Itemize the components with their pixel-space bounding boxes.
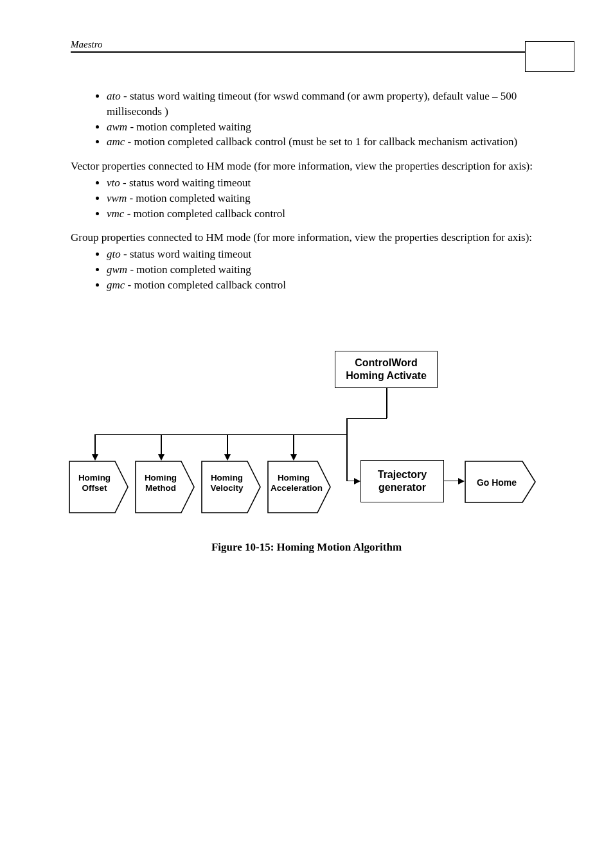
axis-properties-list: ato - status word waiting timeout (for w… [71, 89, 542, 150]
list-item: ato - status word waiting timeout (for w… [107, 89, 542, 120]
list-item: vto - status word waiting timeout [107, 175, 542, 191]
homing-accel-label: HomingAcceleration [271, 473, 317, 493]
homing-velocity-label: HomingVelocity [208, 473, 246, 493]
list-item: gwm - motion completed waiting [107, 262, 542, 278]
list-item: vmc - motion completed callback control [107, 206, 542, 222]
group-properties-list: gto - status word waiting timeout gwm - … [71, 247, 542, 292]
v-join [346, 418, 348, 435]
homing-offset-label: HomingOffset [75, 473, 114, 493]
vector-properties-list: vto - status word waiting timeout vwm - … [71, 175, 542, 221]
arrowhead-down-icon [224, 454, 231, 461]
homing-diagram: ControlWordHoming Activate HomingOffset [75, 351, 538, 537]
controlword-box: ControlWordHoming Activate [335, 351, 438, 388]
trajectory-box: Trajectorygenerator [360, 460, 444, 502]
arrowhead-right-icon [458, 478, 465, 484]
go-home-label: Go Home [471, 477, 522, 488]
list-item: amc - motion completed callback control … [107, 134, 542, 150]
corner-box [525, 41, 574, 72]
arrowhead-down-icon [158, 454, 164, 461]
homing-method-label: HomingMethod [141, 473, 180, 493]
v-down [346, 435, 348, 481]
drop-0 [94, 435, 96, 456]
list-item: vwm - motion completed waiting [107, 191, 542, 206]
doc-header: Maestro [71, 39, 102, 49]
bus-line [94, 434, 347, 436]
drop-1 [161, 435, 162, 456]
drop-2 [227, 435, 228, 456]
drop-3 [293, 435, 294, 456]
arrowhead-down-icon [290, 454, 297, 461]
group-intro: Group properties connected to HM mode (f… [71, 230, 542, 245]
list-item: gto - status word waiting timeout [107, 247, 542, 262]
down-line [386, 388, 387, 418]
to-gohome [444, 481, 459, 482]
h-line-top [346, 418, 387, 420]
figure-caption: Figure 10-15: Homing Motion Algorithm [71, 541, 542, 554]
list-item: gmc - motion completed callback control [107, 278, 542, 293]
list-item: awm - motion completed waiting [107, 120, 542, 135]
arrowhead-right-icon [354, 478, 360, 484]
arrowhead-down-icon [92, 454, 98, 461]
vector-intro: Vector properties connected to HM mode (… [71, 159, 542, 174]
